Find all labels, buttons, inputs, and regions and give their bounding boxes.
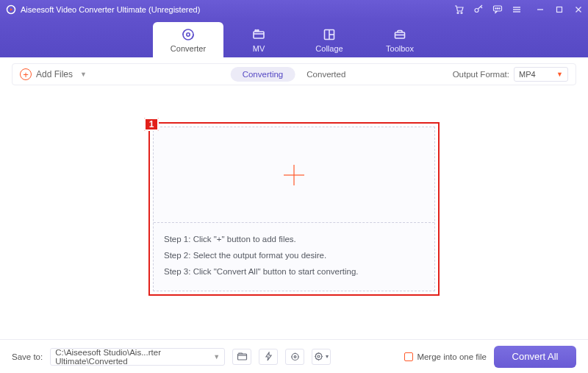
chevron-down-icon: ▼: [80, 71, 87, 78]
output-format-select[interactable]: MP4 ▼: [514, 67, 568, 82]
instructions: Step 1: Click "+" button to add files. S…: [154, 223, 434, 291]
dropzone: Step 1: Click "+" button to add files. S…: [153, 127, 435, 291]
svg-point-16: [187, 32, 190, 35]
tab-label: Converter: [171, 44, 206, 53]
svg-rect-17: [254, 32, 264, 38]
cart-icon[interactable]: [454, 4, 465, 15]
high-speed-button[interactable]: [285, 349, 304, 365]
chevron-down-icon: ▼: [556, 71, 563, 78]
svg-point-1: [457, 13, 459, 14]
plus-icon: [281, 162, 307, 188]
add-files-label: Add Files: [36, 69, 73, 79]
minimize-button[interactable]: [535, 4, 545, 15]
hardware-accel-button[interactable]: [259, 349, 278, 365]
collage-icon: [322, 27, 337, 42]
instruction-step: Step 2: Select the output format you des…: [164, 248, 424, 264]
nav-area: Converter MV Collage Toolbox: [0, 19, 588, 57]
convert-all-button[interactable]: Convert All: [494, 346, 576, 368]
instruction-step: Step 1: Click "+" button to add files.: [164, 232, 424, 248]
merge-checkbox[interactable]: Merge into one file: [404, 352, 487, 361]
add-files-button[interactable]: + Add Files ▼: [20, 68, 87, 80]
svg-point-6: [497, 8, 498, 9]
maximize-button[interactable]: [554, 4, 564, 15]
tab-toolbox[interactable]: Toolbox: [365, 22, 435, 57]
tab-converter[interactable]: Converter: [153, 22, 223, 57]
checkbox-icon: [404, 352, 413, 361]
svg-point-18: [255, 29, 257, 31]
save-to-path-value: C:\Aiseesoft Studio\Ais...rter Ultimate\…: [55, 348, 213, 366]
tab-label: Toolbox: [386, 44, 414, 53]
svg-point-2: [461, 13, 462, 14]
mv-icon: [251, 27, 266, 42]
app-logo-icon: [6, 4, 16, 15]
svg-point-5: [495, 8, 496, 9]
feedback-icon[interactable]: [492, 4, 503, 15]
output-format-label: Output Format:: [453, 70, 509, 79]
add-files-dropzone[interactable]: [154, 127, 434, 223]
window-title: Aiseesoft Video Converter Ultimate (Unre…: [21, 5, 454, 14]
save-to-path-select[interactable]: C:\Aiseesoft Studio\Ais...rter Ultimate\…: [50, 348, 225, 366]
save-to-label: Save to:: [12, 352, 43, 361]
plus-icon: +: [20, 68, 32, 80]
titlebar: Aiseesoft Video Converter Ultimate (Unre…: [0, 0, 588, 19]
segment-converting[interactable]: Converting: [231, 67, 295, 82]
open-folder-button[interactable]: [232, 349, 251, 365]
settings-button[interactable]: ▾: [312, 349, 331, 365]
segment-converted[interactable]: Converted: [295, 67, 357, 82]
chevron-down-icon: ▼: [213, 353, 220, 360]
svg-point-3: [475, 9, 478, 13]
output-format-value: MP4: [519, 70, 536, 79]
tab-label: MV: [253, 44, 265, 53]
converter-icon: [181, 27, 196, 42]
tab-collage[interactable]: Collage: [294, 22, 365, 57]
svg-point-29: [294, 356, 296, 358]
annotation-frame: 1 Step 1: Click "+" button to add files.…: [148, 122, 440, 296]
main-area: 1 Step 1: Click "+" button to add files.…: [0, 85, 588, 296]
key-icon[interactable]: [473, 4, 484, 15]
toolbox-icon: [392, 27, 407, 42]
close-button[interactable]: [573, 4, 584, 15]
menu-icon[interactable]: [512, 4, 522, 15]
tab-mv[interactable]: MV: [223, 22, 294, 57]
svg-rect-12: [557, 7, 562, 13]
svg-point-31: [318, 355, 320, 358]
svg-point-7: [499, 8, 500, 9]
bottom-bar: Save to: C:\Aiseesoft Studio\Ais...rter …: [0, 339, 588, 373]
instruction-step: Step 3: Click "Convert All" button to st…: [164, 264, 424, 280]
merge-label: Merge into one file: [417, 352, 487, 361]
svg-point-19: [257, 29, 259, 31]
toolbar: + Add Files ▼ Converting Converted Outpu…: [12, 63, 576, 85]
svg-rect-27: [237, 354, 246, 360]
annotation-badge: 1: [144, 118, 159, 131]
svg-point-28: [292, 354, 298, 360]
tab-label: Collage: [315, 44, 343, 53]
